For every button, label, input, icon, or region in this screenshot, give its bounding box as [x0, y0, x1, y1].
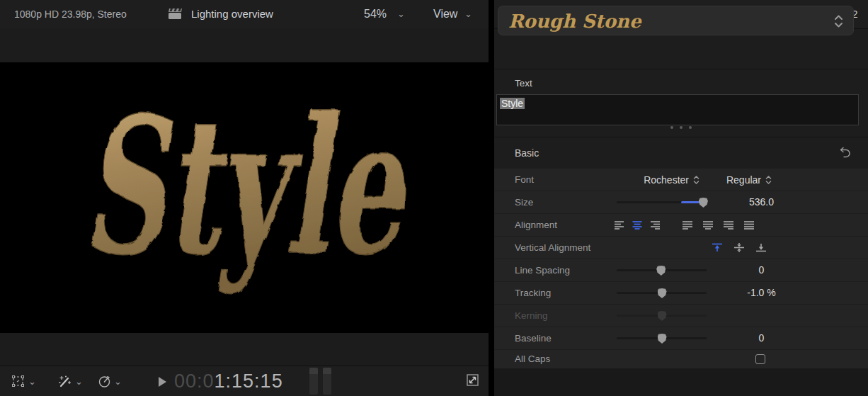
updown-chevrons-icon: [765, 175, 772, 185]
pane-divider[interactable]: [489, 0, 494, 396]
reset-icon[interactable]: [839, 147, 851, 161]
justify-right-icon[interactable]: [724, 220, 733, 230]
line-spacing-value[interactable]: 0: [724, 259, 799, 281]
align-right-icon[interactable]: [650, 220, 660, 230]
viewer-stage: Style: [0, 28, 489, 366]
final-cut-pro-window: 1080p HD 23.98p, Stereo Lighting overvie…: [0, 0, 868, 396]
kerning-slider: [617, 305, 707, 327]
baseline-value[interactable]: 0: [724, 327, 799, 349]
enhancements-wand-button[interactable]: ⌄: [58, 366, 83, 396]
text-inspector: T: [494, 0, 868, 396]
audio-meters[interactable]: [309, 368, 331, 395]
section-title: Basic: [515, 137, 539, 169]
all-caps-checkbox[interactable]: [755, 354, 765, 364]
size-label: Size: [515, 191, 533, 213]
chevron-down-icon[interactable]: ⌄: [464, 0, 472, 28]
divider: [494, 69, 868, 69]
font-face-popup[interactable]: Regular: [708, 169, 772, 191]
audio-meter-right: [323, 368, 331, 395]
kerning-label: Kerning: [515, 305, 548, 327]
video-canvas[interactable]: Style: [0, 62, 489, 333]
viewer-toolbar: 1080p HD 23.98p, Stereo Lighting overvie…: [0, 0, 489, 29]
preset-name: Rough Stone: [508, 8, 641, 35]
vertical-alignment-row: Vertical Alignment: [494, 237, 868, 259]
selected-text: Style: [500, 98, 525, 109]
line-spacing-slider[interactable]: [617, 259, 707, 281]
valign-top-icon[interactable]: [712, 243, 722, 252]
text-section-label: Text: [515, 78, 532, 89]
audio-meter-left: [309, 368, 318, 395]
tracking-slider[interactable]: [617, 282, 707, 304]
playhead-timecode[interactable]: 00:01:15:15: [174, 370, 283, 392]
clapperboard-icon: [169, 8, 183, 23]
font-row: Font Rochester Regular: [494, 169, 868, 191]
justify-full-icon[interactable]: [744, 220, 754, 230]
vertical-alignment-label: Vertical Alignment: [515, 237, 590, 259]
viewer-bottom-toolbar: ⌄ ⌄ ⌄ 00:01: [0, 366, 489, 396]
transform-tool-button[interactable]: ⌄: [11, 366, 36, 396]
view-menu-button[interactable]: View: [433, 0, 457, 28]
valign-bottom-icon[interactable]: [756, 243, 766, 252]
kerning-row: Kerning: [494, 305, 868, 327]
line-spacing-row: Line Spacing 0: [494, 259, 868, 281]
baseline-row: Baseline 0: [494, 327, 868, 349]
justify-left-icon[interactable]: [683, 220, 692, 230]
alignment-label: Alignment: [515, 214, 557, 236]
size-row: Size 536.0: [494, 191, 868, 213]
baseline-label: Baseline: [515, 327, 552, 349]
tracking-value[interactable]: -1.0 %: [724, 282, 799, 304]
updown-chevrons-icon: [834, 14, 843, 31]
chevron-down-icon[interactable]: ⌄: [397, 0, 405, 28]
size-slider[interactable]: [617, 191, 707, 213]
align-center-icon[interactable]: [632, 220, 642, 230]
alignment-row: Alignment: [494, 214, 868, 236]
chevron-down-icon: ⌄: [114, 376, 122, 387]
zoom-level-button[interactable]: 54%: [364, 0, 387, 28]
justify-center-icon[interactable]: [703, 220, 713, 230]
font-label: Font: [515, 169, 534, 191]
format-info: 1080p HD 23.98p, Stereo: [14, 0, 127, 28]
valign-middle-icon[interactable]: [734, 243, 744, 252]
resize-handle-dots[interactable]: [494, 126, 868, 129]
project-title: Lighting overview: [191, 0, 273, 28]
tracking-label: Tracking: [515, 282, 551, 304]
viewer-pane: 1080p HD 23.98p, Stereo Lighting overvie…: [0, 0, 489, 396]
fullscreen-expand-icon[interactable]: [465, 373, 480, 390]
text-entry-field[interactable]: Style: [496, 94, 859, 125]
rendered-title-text: Style: [82, 76, 408, 296]
play-button[interactable]: [159, 377, 166, 387]
preset-dropdown[interactable]: Rough Stone: [498, 6, 854, 35]
basic-parameter-rows: Font Rochester Regular Size 536.0: [494, 169, 868, 369]
align-left-icon[interactable]: [615, 220, 624, 230]
tracking-row: Tracking -1.0 %: [494, 282, 868, 304]
chevron-down-icon: ⌄: [28, 376, 36, 387]
inspector-empty-area: [494, 368, 868, 396]
updown-chevrons-icon: [693, 175, 699, 185]
retime-gauge-button[interactable]: ⌄: [98, 366, 122, 396]
all-caps-row: All Caps: [494, 350, 868, 368]
size-value[interactable]: 536.0: [724, 191, 799, 213]
baseline-slider[interactable]: [617, 327, 707, 349]
basic-section-header[interactable]: Basic: [494, 137, 868, 168]
line-spacing-label: Line Spacing: [515, 259, 570, 281]
font-family-popup[interactable]: Rochester: [607, 169, 699, 191]
chevron-down-icon: ⌄: [75, 376, 83, 387]
all-caps-label: All Caps: [515, 350, 550, 368]
